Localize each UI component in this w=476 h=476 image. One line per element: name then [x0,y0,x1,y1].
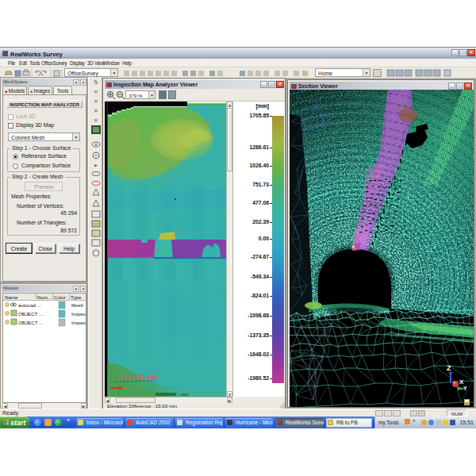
svg-text:start: start [10,419,27,427]
svg-text:Inspectio: Inspectio [71,320,86,325]
svg-text:autocad ...: autocad ... [18,302,41,308]
svg-text:✕: ✕ [94,108,98,113]
svg-text:Inspectio: Inspectio [71,311,86,317]
svg-text:✕: ✕ [94,98,98,104]
svg-text:Y: Y [463,386,467,391]
svg-text:OBJECT ...: OBJECT ... [18,311,43,317]
svg-text:X: X [459,378,464,386]
svg-text:▶: ▶ [94,163,98,167]
svg-text:✕: ✕ [94,89,98,94]
svg-text:✕: ✕ [94,117,98,123]
svg-text:OBJECT ...: OBJECT ... [18,320,43,325]
svg-text:Z: Z [447,364,451,372]
svg-text:⇅: ⇅ [94,79,98,85]
svg-text:1200.00 mm: 1200.00 mm [119,373,158,381]
svg-text:Mesh: Mesh [71,302,84,308]
